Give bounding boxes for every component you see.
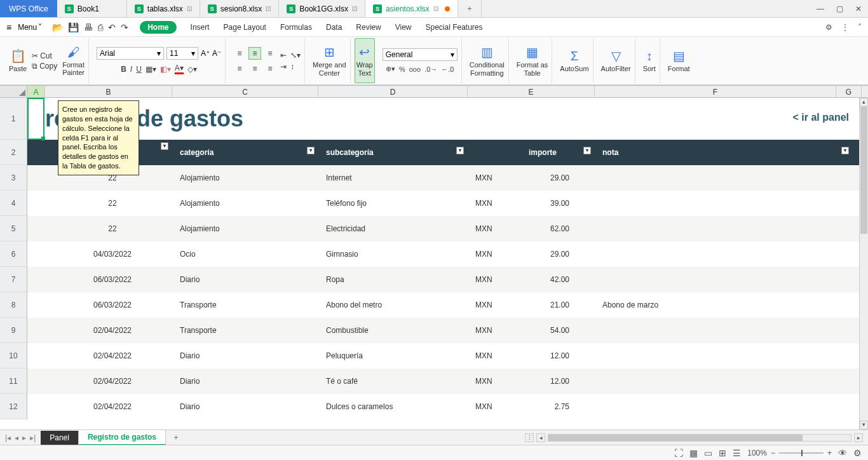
cell-subcategoria[interactable]: Combustible [318,326,468,335]
scroll-thumb[interactable] [860,107,867,234]
format-button[interactable]: ▤Format [664,38,694,83]
hamburger-icon[interactable]: ≡ [6,22,11,32]
cell-subcategoria[interactable]: Abono del metro [318,301,468,309]
cell-categoria[interactable]: Ocio [172,250,318,259]
cell-subcategoria[interactable]: Teléfono fijo [318,199,468,208]
cell-categoria[interactable]: Diario [172,275,318,284]
border-button[interactable]: ▦▾ [146,65,156,74]
cell-categoria[interactable]: Transporte [172,301,318,309]
pin-icon[interactable]: ⊡ [187,5,192,12]
table-row[interactable]: 02/04/2022DiarioDulces o caramelosMXN2.7… [27,394,868,419]
normal-view-icon[interactable]: ▦ [689,448,698,458]
cell-categoria[interactable]: Alojamiento [172,173,318,182]
cell-subcategoria[interactable]: Té o café [318,377,468,386]
table-row[interactable]: 02/04/2022TransporteCombustibleMXN54.00 [27,318,868,343]
doc-tab-sesion8[interactable]: Ssesion8.xlsx⊡ [200,0,279,17]
cell-fecha[interactable]: 02/04/2022 [45,402,172,411]
filter-button[interactable]: ▾ [307,147,315,154]
row-12[interactable]: 12 [0,394,27,419]
table-row[interactable]: 04/03/2022OcioGimnasioMXN29.00 [27,241,868,267]
horizontal-scrollbar[interactable]: ⋮ ◂ ▸ [525,433,868,442]
row-3[interactable]: 3 [0,165,27,191]
col-D[interactable]: D [318,86,468,97]
cell-categoria[interactable]: Diario [172,402,318,411]
cell-importe[interactable]: MXN12.00 [468,377,595,386]
font-name-select[interactable]: Arial▾ [97,47,164,60]
tab-review[interactable]: Review [356,23,381,32]
cell-fecha[interactable]: 02/04/2022 [45,377,172,386]
cell-fecha[interactable]: 02/04/2022 [45,326,172,335]
tab-view[interactable]: View [395,23,412,32]
currency-button[interactable]: ⊕▾ [386,65,395,73]
tab-special-features[interactable]: Special Features [425,23,482,32]
text-direction-button[interactable]: ↕ [290,62,301,71]
select-all-corner[interactable] [0,86,27,97]
print-preview-icon[interactable]: ⎙ [98,22,103,32]
cell-subcategoria[interactable]: Ropa [318,275,468,284]
cell-categoria[interactable]: Alojamiento [172,199,318,208]
eye-icon[interactable]: 👁 [838,448,847,458]
last-sheet-icon[interactable]: ▸| [30,433,36,442]
tab-insert[interactable]: Insert [191,23,210,32]
filter-button[interactable]: ▾ [841,147,849,154]
scroll-right-button[interactable]: ▸ [854,433,863,442]
format-painter-button[interactable]: 🖌Format Painter [62,45,85,76]
row-4[interactable]: 4 [0,191,27,216]
percent-button[interactable]: % [399,65,405,73]
doc-tab-asientos[interactable]: Sasientos.xlsx⊡ [365,0,458,17]
maximize-button[interactable]: ▢ [830,0,849,17]
align-mid-right[interactable]: ≡ [264,62,276,75]
cell-subcategoria[interactable]: Peluquería [318,351,468,360]
more-icon[interactable]: ⋮ [841,23,849,32]
orientation-button[interactable]: ⤡▾ [290,51,301,60]
sheet-tab-registro[interactable]: Registro de gastos [79,430,166,445]
row-1[interactable]: 1 [0,98,27,140]
align-top-left[interactable]: ≡ [233,47,246,60]
vertical-scrollbar[interactable]: ▴ ▾ [859,98,868,430]
next-sheet-icon[interactable]: ▸ [22,433,26,442]
wrap-text-button[interactable]: ↩Wrap Text [355,38,375,83]
sort-button[interactable]: ↕Sort [639,38,660,83]
cell-subcategoria[interactable]: Gimnasio [318,250,468,259]
align-top-center[interactable]: ≡ [248,47,261,60]
reading-view-icon[interactable]: ☰ [733,448,741,458]
scroll-down-button[interactable]: ▾ [860,421,868,430]
title-row[interactable]: registro de gastos < ir al panel [27,98,868,140]
cell-importe[interactable]: MXN2.75 [468,402,595,411]
table-row[interactable]: 22AlojamientoInternetMXN29.00 [27,165,868,191]
row-2[interactable]: 2 [0,140,27,165]
cell-categoria[interactable]: Diario [172,377,318,386]
table-row[interactable]: 22AlojamientoTeléfono fijoMXN39.00 [27,191,868,216]
col-A[interactable]: A [27,86,45,97]
table-row[interactable]: 02/04/2022DiarioTé o caféMXN12.00 [27,369,868,394]
align-mid-center[interactable]: ≡ [248,62,261,75]
decrease-indent[interactable]: ⇤ [280,51,287,60]
paste-button[interactable]: 📋Paste [9,48,27,72]
cell-fecha[interactable]: 02/04/2022 [45,351,172,360]
tab-page-layout[interactable]: Page Layout [224,23,266,32]
underline-button[interactable]: U [136,65,142,74]
cell-importe[interactable]: MXN29.00 [468,173,595,182]
grid[interactable]: registro de gastos < ir al panel ▾ categ… [27,98,868,419]
increase-decimal[interactable]: .0→ [424,65,437,73]
cell-fecha[interactable]: 04/03/2022 [45,250,172,259]
format-table-button[interactable]: ▦Format as Table [513,38,553,83]
sheet-tab-panel[interactable]: Panel [41,431,79,445]
table-row[interactable]: 06/03/2022TransporteAbono del metroMXN21… [27,292,868,318]
col-C[interactable]: C [172,86,318,97]
cell-subcategoria[interactable]: Electricidad [318,224,468,233]
align-top-right[interactable]: ≡ [264,47,276,60]
page-break-icon[interactable]: ⊞ [719,448,726,458]
cell-nota[interactable]: Abono de marzo [595,301,836,309]
doc-tab-book1[interactable]: SBook1 [57,0,127,17]
save-icon[interactable]: 💾 [68,22,79,32]
doc-tab-book1gg[interactable]: SBook1GG.xlsx⊡ [279,0,365,17]
cell-fecha[interactable]: 22 [45,224,172,233]
number-format-select[interactable]: General▾ [383,48,458,61]
cell-importe[interactable]: MXN54.00 [468,326,595,335]
scroll-up-button[interactable]: ▴ [860,98,868,107]
settings-icon[interactable]: ⚙ [825,23,832,32]
row-6[interactable]: 6 [0,241,27,267]
row-9[interactable]: 9 [0,318,27,343]
align-mid-left[interactable]: ≡ [233,62,246,75]
